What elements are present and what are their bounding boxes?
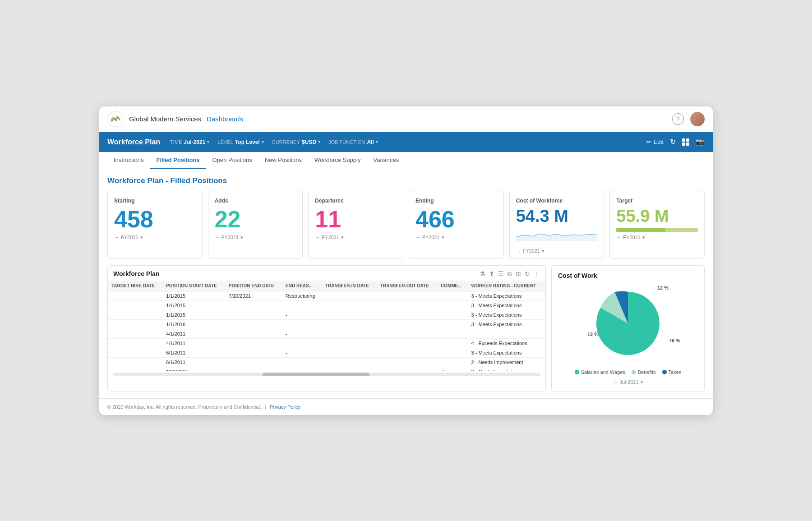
dashboards-link[interactable]: Dashboards [207, 115, 243, 123]
cell-comm [437, 338, 468, 348]
kpi-starting-footer[interactable]: → FY2020 ▾ [114, 235, 196, 240]
table-row: 1/1/2015-3 - Meets Expectations [108, 300, 545, 310]
jobfunction-filter[interactable]: JOB FUNCTION All ▾ [328, 139, 378, 145]
table-row: 1/1/2015-3 - Meets Expectations [108, 310, 545, 319]
col-end-reason[interactable]: END REAS... [282, 281, 322, 291]
kpi-departures-footer[interactable]: → FY2021 ▾ [315, 235, 397, 240]
kpi-adds-chevron-icon: ▾ [240, 235, 243, 240]
tab-new-positions[interactable]: New Positions [258, 152, 308, 169]
kpi-adds-footer[interactable]: → FY2021 ▾ [215, 235, 296, 240]
export-icon[interactable]: ⬆ [489, 270, 494, 277]
time-filter-label: TIME [170, 139, 182, 145]
cell-tod [377, 338, 437, 348]
table-body: 1/1/20157/10/2021Restructuring3 - Meets … [108, 291, 545, 371]
table-row: 4/1/2011-4 - Exceeds Expectations [108, 338, 545, 348]
horizontal-scrollbar[interactable] [113, 373, 540, 376]
cell-comm [437, 300, 468, 310]
kpi-starting-value: 458 [114, 207, 196, 231]
company-name: Global Modern Services [129, 115, 201, 123]
help-icon[interactable]: ? [672, 113, 684, 125]
filter-icon[interactable]: ⚗ [480, 270, 485, 277]
time-filter[interactable]: TIME Jul-2021 ▾ [170, 139, 209, 145]
tab-open-positions[interactable]: Open Positions [206, 152, 258, 169]
cell-thd [108, 291, 162, 300]
cow-footer-chevron-icon: ▾ [641, 379, 643, 385]
refresh-table-icon[interactable]: ↻ [525, 270, 530, 277]
col-worker-rating[interactable]: WORKER RATING - CURRENT [468, 281, 545, 291]
col-transfer-out-date[interactable]: TRANSFER-OUT DATE [377, 281, 437, 291]
kpi-ending-label: Ending [415, 198, 497, 204]
table-header-bar: Workforce Plan ⚗ ⬆ ☰ ⧉ ⊞ ↻ ⋮ [108, 266, 545, 281]
grid-view-icon[interactable] [682, 138, 689, 146]
cost-of-work-title: Cost of Work [558, 272, 698, 279]
col-position-start-date[interactable]: POSITION START DATE [162, 281, 225, 291]
more-options-icon[interactable]: ⋮ [534, 270, 540, 277]
level-filter[interactable]: LEVEL Top Level ▾ [217, 139, 263, 145]
table-actions: ⚗ ⬆ ☰ ⧉ ⊞ ↻ ⋮ [480, 270, 540, 278]
cell-tod [377, 291, 437, 300]
scrollbar-thumb[interactable] [263, 373, 369, 376]
cell-ped [225, 310, 282, 319]
footer-separator: | [265, 404, 266, 410]
col-comments[interactable]: COMME... [437, 281, 468, 291]
col-transfer-in-date[interactable]: TRANSFER-IN DATE [322, 281, 377, 291]
col-target-hire-date[interactable]: TARGET HIRE DATE [108, 281, 162, 291]
col-position-end-date[interactable]: POSITION END DATE [225, 281, 282, 291]
cell-ped [225, 329, 282, 338]
kpi-target-footer[interactable]: → FY2021 ▾ [616, 235, 698, 240]
kpi-starting-arrow-icon: → [114, 235, 119, 240]
kpi-departures-value: 11 [315, 207, 397, 231]
cell-tid [322, 319, 377, 329]
columns-icon[interactable]: ☰ [498, 270, 504, 277]
cell-thd [108, 348, 162, 357]
camera-icon[interactable]: 📷 [696, 138, 705, 146]
pie-label-left: 12 % [587, 332, 599, 337]
kpi-cost-workforce-label: Cost of Workforce [516, 198, 598, 204]
cow-footer-period: Jul-2021 [619, 379, 638, 385]
kpi-target: Target 55.9 M → FY2021 ▾ [609, 190, 705, 259]
table-row: 6/1/2011-2 - Needs Improvement [108, 357, 545, 367]
cell-ped [225, 348, 282, 357]
cell-er: - [282, 357, 322, 367]
cell-tod [377, 310, 437, 319]
pie-label-right: 76 % [669, 338, 680, 343]
cell-ped [225, 367, 282, 371]
tab-variances[interactable]: Variances [367, 152, 405, 169]
legend-salaries-dot [575, 370, 579, 374]
kpi-ending: Ending 466 → FY2021 ▾ [409, 190, 504, 259]
edit-button[interactable]: ✏ Edit [646, 138, 664, 145]
cell-psd: 6/1/2011 [162, 357, 225, 367]
avatar[interactable] [690, 112, 705, 126]
cell-comm[interactable]: ▼ [437, 367, 468, 371]
tabs: Instructions Filled Positions Open Posit… [99, 152, 713, 169]
privacy-policy-link[interactable]: Privacy Policy [270, 404, 300, 410]
cell-wr: 3 - Meets Expectations [468, 348, 545, 357]
tab-filled-positions[interactable]: Filled Positions [150, 152, 206, 169]
copy-icon[interactable]: ⧉ [508, 270, 512, 278]
page-footer: © 2020 Workday, Inc. All rights reserved… [99, 398, 713, 415]
cell-tid [322, 291, 377, 300]
layout-icon[interactable]: ⊞ [516, 270, 521, 277]
kpi-target-arrow-icon: → [616, 235, 621, 240]
cost-of-work-footer[interactable]: → Jul-2021 ▾ [558, 379, 698, 385]
table-row: 1/1/20157/10/2021Restructuring3 - Meets … [108, 291, 545, 300]
kpi-cost-workforce-value: 54.3 M [516, 207, 598, 225]
kpi-cost-workforce-footer[interactable]: → FY2021 ▾ [516, 248, 598, 254]
cell-psd: 1/1/2015 [162, 300, 225, 310]
kpi-starting-period: FY2020 [121, 235, 138, 240]
kpi-target-period: FY2021 [623, 235, 641, 240]
tab-instructions[interactable]: Instructions [107, 152, 150, 169]
kpi-ending-chevron-icon: ▾ [442, 235, 444, 240]
tab-workforce-supply[interactable]: Workforce Supply [308, 152, 367, 169]
cell-wr: 3 - Meets Expectations [468, 310, 545, 319]
legend-taxes-label: Taxes [669, 369, 682, 375]
kpi-starting: Starting 458 → FY2020 ▾ [107, 190, 203, 259]
cell-tod [377, 319, 437, 329]
currency-filter[interactable]: CURRENCY $USD ▾ [272, 139, 320, 145]
cell-psd: 1/1/2015 [162, 310, 225, 319]
kpi-ending-arrow-icon: → [415, 235, 420, 240]
table-scroll-container[interactable]: TARGET HIRE DATE POSITION START DATE POS… [108, 281, 545, 371]
refresh-icon[interactable]: ↻ [670, 138, 676, 146]
kpi-ending-footer[interactable]: → FY2021 ▾ [415, 235, 497, 240]
kpi-cost-workforce-arrow-icon: → [516, 248, 521, 254]
